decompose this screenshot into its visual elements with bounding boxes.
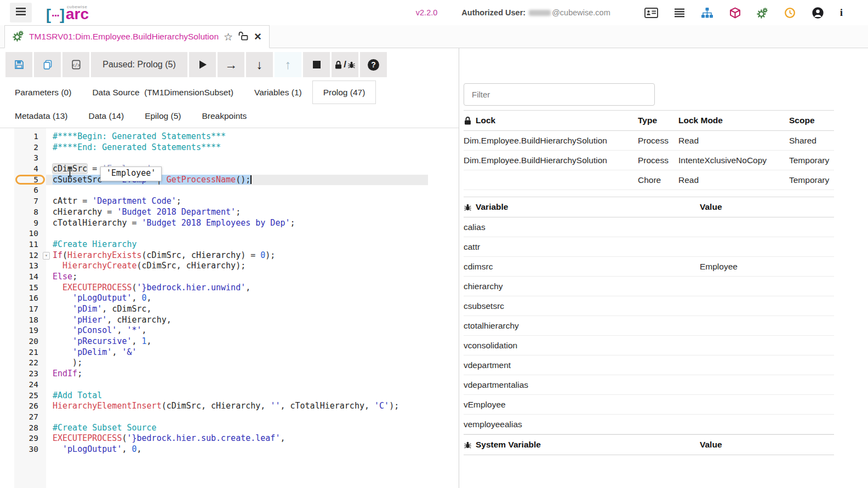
code-line-text[interactable]: 'pDelim', '&' <box>46 347 137 358</box>
code-line-19[interactable]: 19 'pConsol', '*', <box>0 325 459 336</box>
code-line-text[interactable] <box>46 153 53 164</box>
code-line-28[interactable]: 28#Create Subset Source <box>0 423 459 434</box>
line-number-30[interactable]: 30 <box>14 444 46 455</box>
favorite-star-icon[interactable]: ☆ <box>224 32 233 42</box>
code-line-text[interactable]: EXECUTEPROCESS('}bedrock.hier.unwind', <box>46 283 250 294</box>
code-line-text[interactable]: HierarchyElementInsert(cDimSrc, cHierarc… <box>46 401 399 412</box>
line-number-11[interactable]: 11 <box>14 239 46 250</box>
code-line-20[interactable]: 20 'pRecursive', 1, <box>0 336 459 347</box>
code-line-text[interactable]: 'pConsol', '*', <box>46 325 147 336</box>
variable-row-calias[interactable]: calias <box>464 217 834 237</box>
document-tab[interactable]: TM1SRV01:Dim.Employee.BuildHierarchySolu… <box>4 25 270 48</box>
code-line-text[interactable]: 'pLogOutput', 0, <box>46 444 142 455</box>
line-number-20[interactable]: 20 <box>14 336 46 347</box>
code-line-text[interactable]: #Create Subset Source <box>46 423 157 434</box>
process-gears-icon[interactable] <box>757 7 768 19</box>
id-card-icon[interactable] <box>644 8 658 18</box>
code-button[interactable]: </> <box>62 52 89 77</box>
code-line-text[interactable]: 'pLogOutput', 0, <box>46 293 152 304</box>
code-line-text[interactable]: ); <box>46 358 82 369</box>
code-line-22[interactable]: 22 ); <box>0 358 459 369</box>
code-line-text[interactable]: cTotalHierarchy = 'Budget 2018 Employees… <box>46 218 295 229</box>
code-line-11[interactable]: 11#Create Hierarchy <box>0 239 459 250</box>
line-number-8[interactable]: 8 <box>14 207 46 218</box>
line-number-12[interactable]: 12▾ <box>14 250 46 261</box>
code-line-10[interactable]: 10 <box>0 228 459 239</box>
tab-data-source-tm1dimensionsubset[interactable]: Data Source (TM1DimensionSubset) <box>82 81 244 104</box>
code-line-8[interactable]: 8cHierarchy = 'Budget 2018 Department'; <box>0 207 459 218</box>
code-line-26[interactable]: 26HierarchyElementInsert(cDimSrc, cHiera… <box>0 401 459 412</box>
code-line-text[interactable]: Else; <box>46 272 77 283</box>
fold-toggle-icon[interactable]: ▾ <box>43 252 50 260</box>
save-button[interactable] <box>5 52 32 77</box>
variable-row-cattr[interactable]: cattr <box>464 237 834 257</box>
code-line-25[interactable]: 25#Add Total <box>0 391 459 401</box>
tab-data-14[interactable]: Data (14) <box>78 104 135 128</box>
code-line-6[interactable]: 6 <box>0 185 459 196</box>
run-button[interactable] <box>189 52 216 77</box>
line-number-23[interactable]: 23 <box>14 369 46 380</box>
variable-row-vdepartmentalias[interactable]: vdepartmentalias <box>464 375 834 395</box>
clock-icon[interactable] <box>784 7 796 19</box>
line-number-29[interactable]: 29 <box>14 433 46 444</box>
line-number-6[interactable]: 6 <box>14 185 46 196</box>
tab-epilog-5[interactable]: Epilog (5) <box>134 104 191 128</box>
code-line-7[interactable]: 7cAttr = 'Department Code'; <box>0 196 459 207</box>
code-line-text[interactable] <box>46 380 53 391</box>
line-number-1[interactable]: 1 <box>14 131 46 142</box>
code-line-text[interactable]: 'pDim', cDimSrc, <box>46 304 152 315</box>
copy-button[interactable] <box>34 52 61 77</box>
line-number-25[interactable]: 25 <box>14 391 46 401</box>
line-number-27[interactable]: 27 <box>14 412 46 423</box>
code-line-14[interactable]: 14Else; <box>0 272 459 283</box>
code-line-text[interactable]: If(HierarchyExists(cDimSrc, cHierarchy) … <box>46 250 275 261</box>
line-number-21[interactable]: 21 <box>14 347 46 358</box>
variable-row-vemployeealias[interactable]: vemployeealias <box>464 415 834 434</box>
code-line-17[interactable]: 17 'pDim', cDimSrc, <box>0 304 459 315</box>
tab-breakpoints[interactable]: Breakpoints <box>191 104 257 128</box>
code-line-23[interactable]: 23EndIf; <box>0 369 459 380</box>
line-number-2[interactable]: 2 <box>14 142 46 153</box>
code-line-text[interactable]: 'pRecursive', 1, <box>46 336 152 347</box>
code-line-27[interactable]: 27 <box>0 412 459 423</box>
line-number-15[interactable]: 15 <box>14 283 46 294</box>
code-editor[interactable]: 'Employee' 1#****Begin: Generated Statem… <box>0 128 459 488</box>
line-number-9[interactable]: 9 <box>14 218 46 229</box>
line-number-17[interactable]: 17 <box>14 304 46 315</box>
line-number-28[interactable]: 28 <box>14 423 46 434</box>
code-line-21[interactable]: 21 'pDelim', '&' <box>0 347 459 358</box>
code-line-text[interactable]: cAttr = 'Department Code'; <box>46 196 181 207</box>
sitemap-icon[interactable] <box>701 7 713 19</box>
code-line-text[interactable] <box>46 185 53 196</box>
code-line-text[interactable]: #****End: Generated Statements**** <box>46 142 221 153</box>
line-number-19[interactable]: 19 <box>14 325 46 336</box>
code-line-text[interactable]: 'pHier', cHierarchy, <box>46 315 172 326</box>
variable-row-ctotalhierarchy[interactable]: ctotalhierarchy <box>464 316 834 336</box>
code-line-2[interactable]: 2#****End: Generated Statements**** <box>0 142 459 153</box>
tab-parameters-0[interactable]: Parameters (0) <box>4 81 82 104</box>
stop-button[interactable] <box>303 52 330 77</box>
close-tab-icon[interactable]: × <box>254 31 261 43</box>
line-number-16[interactable]: 16 <box>14 293 46 304</box>
line-number-3[interactable]: 3 <box>14 153 46 164</box>
tab-variables-1[interactable]: Variables (1) <box>244 81 312 104</box>
cube-icon[interactable] <box>729 7 741 19</box>
step-into-button[interactable]: ↓ <box>246 52 273 77</box>
code-line-text[interactable]: #Add Total <box>46 391 102 401</box>
variable-row-cdimsrc[interactable]: cdimsrcEmployee <box>464 257 834 277</box>
code-line-1[interactable]: 1#****Begin: Generated Statements*** <box>0 131 459 142</box>
tab-prolog-47[interactable]: Prolog (47) <box>312 81 376 104</box>
variable-row-vdepartment[interactable]: vdepartment <box>464 355 834 375</box>
code-line-text[interactable]: EndIf; <box>46 369 82 380</box>
code-line-text[interactable] <box>46 412 53 423</box>
code-line-text[interactable] <box>46 228 53 239</box>
code-line-text[interactable]: cHierarchy = 'Budget 2018 Department'; <box>46 207 241 218</box>
code-line-15[interactable]: 15 EXECUTEPROCESS('}bedrock.hier.unwind'… <box>0 283 459 294</box>
step-over-button[interactable]: → <box>218 52 244 77</box>
info-icon[interactable]: i <box>840 7 843 19</box>
code-line-12[interactable]: 12▾If(HierarchyExists(cDimSrc, cHierarch… <box>0 250 459 261</box>
line-number-7[interactable]: 7 <box>14 196 46 207</box>
code-line-text[interactable]: HierarchyCreate(cDimSrc, cHierarchy); <box>46 261 245 272</box>
code-line-text[interactable]: #Create Hierarchy <box>46 239 137 250</box>
code-line-text[interactable]: EXECUTEPROCESS('}bedrock.hier.sub.create… <box>46 433 285 444</box>
